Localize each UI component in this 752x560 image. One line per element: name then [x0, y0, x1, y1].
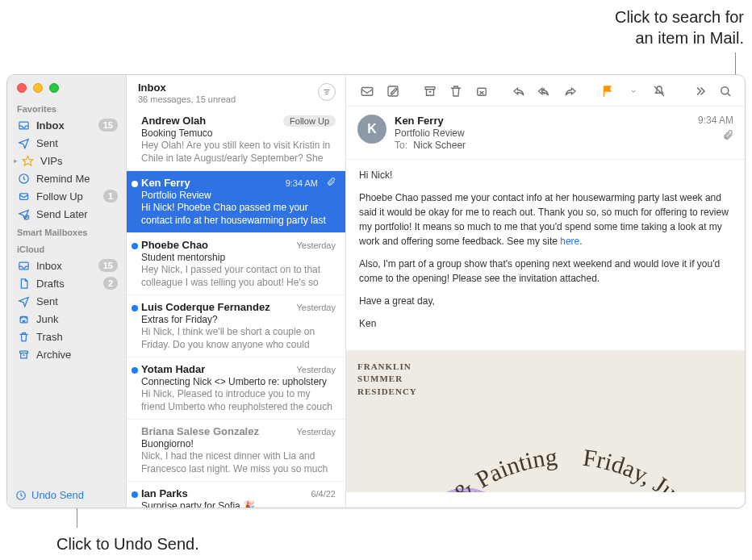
message-time: Yesterday: [296, 365, 336, 374]
from-name: Ken Ferry: [395, 115, 690, 127]
body-p1: Phoebe Chao passed me your contact info …: [359, 190, 732, 249]
trash-icon: [17, 330, 30, 343]
message-body: Hi Nick! Phoebe Chao passed me your cont…: [346, 160, 745, 347]
sidebar-item-send-later[interactable]: Send Later: [7, 205, 126, 223]
message-row[interactable]: Andrew OlahFollow UpBooking TemucoHey Ol…: [127, 109, 345, 171]
mailbox-subtitle: 36 messages, 15 unread: [138, 94, 318, 104]
message-row[interactable]: Luis Coderque FernandezYesterdayExtras f…: [127, 295, 345, 357]
sidebar: Favorites Inbox 15 Sent ▸ VIPs Remind Me…: [7, 75, 127, 508]
filter-button[interactable]: [318, 83, 336, 101]
message-time: Yesterday: [296, 427, 336, 437]
chevron-right-icon: ▸: [14, 157, 18, 165]
sidebar-item-label: Follow Up: [36, 190, 97, 203]
message-time: Yesterday: [296, 240, 336, 250]
svg-rect-15: [478, 88, 487, 95]
message-time: 6/4/22: [311, 489, 336, 499]
message-subject: Portfolio Review: [141, 190, 336, 201]
sent-icon: [17, 136, 30, 149]
message-row[interactable]: Yotam HadarYesterdayConnecting Nick <> U…: [127, 357, 345, 420]
zoom-window-button[interactable]: [49, 83, 59, 93]
body-signature: Ken: [359, 316, 732, 331]
forward-button[interactable]: [559, 81, 582, 101]
message-row[interactable]: Briana Salese GonzalezYesterdayBuongiorn…: [127, 420, 345, 482]
message-row[interactable]: Phoebe ChaoYesterdayStudent mentorshipHe…: [127, 233, 345, 295]
mute-button[interactable]: [648, 81, 671, 101]
sidebar-item-label: Archive: [36, 349, 118, 361]
svg-text:Ceramics & Painting    Friday,: Ceramics & Painting Friday, June: [390, 443, 701, 492]
attachment-preview[interactable]: FRANKLIN SUMMER RESIDENCY Ceramics & Pai…: [346, 350, 745, 492]
undo-send-button[interactable]: Undo Send: [15, 489, 84, 501]
get-mail-button[interactable]: [356, 81, 378, 101]
reader-pane: K Ken Ferry Portfolio Review To: Nick Sc…: [346, 75, 745, 508]
window-controls: [7, 75, 126, 99]
sidebar-item-junk[interactable]: Junk: [7, 310, 126, 328]
svg-rect-12: [361, 88, 373, 96]
flag-menu-button[interactable]: [622, 81, 645, 101]
compose-button[interactable]: [382, 81, 404, 101]
callout-text: Click to search for: [615, 6, 744, 27]
message-row[interactable]: Ian Parks6/4/22Surprise party for Sofia …: [127, 482, 345, 508]
sidebar-section-icloud: iCloud: [7, 240, 126, 257]
doc-icon: [17, 277, 30, 290]
sidebar-item-label: Sent: [36, 295, 118, 307]
unread-badge: 15: [98, 259, 118, 272]
body-link[interactable]: here: [560, 236, 579, 247]
message-sender: Andrew Olah: [141, 115, 278, 127]
more-button[interactable]: [688, 81, 711, 101]
minimize-window-button[interactable]: [33, 83, 43, 93]
message-row[interactable]: Ken Ferry9:34 AMPortfolio ReviewHi Nick!…: [127, 171, 345, 233]
delete-button[interactable]: [445, 81, 467, 101]
archive-button[interactable]: [419, 81, 441, 101]
sidebar-item-trash[interactable]: Trash: [7, 328, 126, 345]
star-icon: [21, 154, 34, 167]
message-subject: Buongiorno!: [141, 438, 336, 449]
message-list[interactable]: Andrew OlahFollow UpBooking TemucoHey Ol…: [127, 109, 345, 508]
count-badge: 1: [103, 190, 118, 203]
sidebar-item-label: Send Later: [36, 208, 118, 220]
message-subject: Student mentorship: [141, 252, 336, 263]
sidebar-item-icloud-inbox[interactable]: Inbox 15: [7, 257, 126, 274]
tray-icon: [17, 259, 30, 272]
junk-icon: [17, 312, 30, 325]
message-preview: Hi Nick! Phoebe Chao passed me your cont…: [141, 201, 336, 227]
sidebar-item-follow-up[interactable]: Follow Up 1: [7, 187, 126, 205]
to-line: To: Nick Scheer: [395, 140, 690, 151]
mail-window: Favorites Inbox 15 Sent ▸ VIPs Remind Me…: [6, 74, 746, 508]
sidebar-section-favorites: Favorites: [7, 99, 126, 116]
sidebar-item-vips[interactable]: ▸ VIPs: [7, 152, 126, 169]
reply-all-button[interactable]: [533, 81, 556, 101]
sidebar-item-remind-me[interactable]: Remind Me: [7, 169, 126, 187]
message-time: 9:34 AM: [698, 115, 733, 126]
body-greeting: Hi Nick!: [359, 168, 732, 182]
junk-button[interactable]: [470, 81, 493, 101]
message-preview: Hi Nick, Pleased to introduce you to my …: [141, 387, 336, 413]
sidebar-item-icloud-sent[interactable]: Sent: [7, 292, 126, 310]
message-subject: Connecting Nick <> Umberto re: upholster…: [141, 376, 336, 387]
message-subject: Booking Temuco: [141, 127, 336, 139]
sent-icon: [17, 295, 30, 307]
sidebar-item-label: Drafts: [36, 278, 97, 290]
sidebar-item-drafts[interactable]: Drafts 2: [7, 274, 126, 292]
sidebar-item-sent[interactable]: Sent: [7, 134, 126, 152]
reply-button[interactable]: [508, 81, 530, 101]
unread-badge: 15: [98, 119, 118, 132]
flag-button[interactable]: [596, 81, 619, 101]
reader-toolbar: [346, 75, 745, 107]
body-p2: Also, I'm part of a group show that's op…: [359, 257, 732, 286]
sidebar-item-label: Remind Me: [36, 173, 118, 185]
search-button[interactable]: [714, 81, 737, 101]
undo-send-icon: [15, 490, 27, 501]
message-header: K Ken Ferry Portfolio Review To: Nick Sc…: [346, 107, 745, 160]
message-list-pane: Inbox 36 messages, 15 unread Andrew Olah…: [127, 75, 346, 508]
to-label: To:: [395, 140, 407, 151]
close-window-button[interactable]: [17, 83, 27, 93]
sidebar-item-archive[interactable]: Archive: [7, 345, 126, 363]
message-time: 9:34 AM: [286, 178, 318, 188]
sidebar-item-label: Sent: [36, 137, 118, 149]
count-badge: 2: [103, 277, 118, 290]
attachment-icon: [326, 177, 336, 189]
sidebar-item-inbox[interactable]: Inbox 15: [7, 116, 126, 134]
svg-point-16: [721, 87, 729, 94]
message-subject: Portfolio Review: [395, 127, 690, 139]
to-name: Nick Scheer: [413, 140, 466, 151]
